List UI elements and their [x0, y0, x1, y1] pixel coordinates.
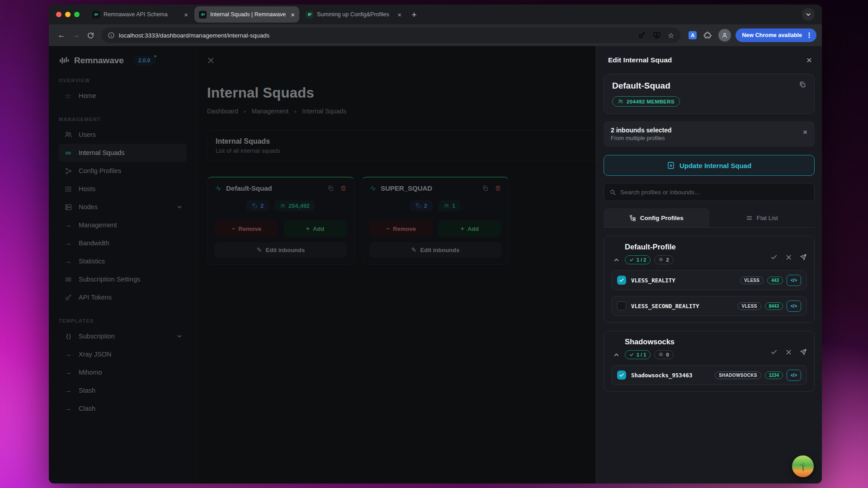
tab-internal-squads[interactable]: Internal Squads | Remnawave ×: [194, 6, 299, 23]
inbound-checkbox[interactable]: [617, 301, 626, 310]
palm-tree-icon: [797, 460, 809, 472]
update-internal-squad-button[interactable]: Update Internal Squad: [604, 155, 815, 176]
browser-menu-icon[interactable]: ⋮: [806, 31, 813, 39]
profile-name: Shadowsocks: [625, 338, 807, 346]
inbound-name: VLESS_SECOND_REALITY: [631, 303, 699, 310]
browser-toolbar: ← → localhost:3333/dashboard/management/…: [49, 24, 822, 46]
tab-favicon: [199, 11, 207, 19]
inbound-code-button[interactable]: </>: [787, 275, 801, 286]
open-profile-icon[interactable]: [800, 348, 807, 356]
port-badge: 8443: [765, 302, 783, 310]
zoom-window-button[interactable]: [74, 12, 80, 17]
edit-squad-drawer: Edit Internal Squad × Default-Squad 2044…: [596, 46, 822, 483]
inbound-checkbox[interactable]: [617, 371, 626, 380]
deselect-all-icon[interactable]: [785, 349, 792, 356]
bookmark-star-icon[interactable]: ☆: [668, 31, 674, 40]
inbounds-total-badge: 0: [654, 350, 673, 359]
selected-count-badge: 1 / 1: [625, 350, 651, 359]
tab-search-button[interactable]: [802, 8, 815, 21]
inbound-row-shadowsocks[interactable]: Shadowsocks_953463 SHADOWSOCKS 1234 </>: [611, 365, 807, 385]
drawer-title: Edit Internal Squad: [608, 56, 672, 64]
url-text: localhost:3333/dashboard/management/inte…: [119, 32, 269, 39]
collapse-chevron-icon[interactable]: [611, 352, 621, 358]
inbounds-total-badge: 2: [654, 255, 673, 264]
tab-close-icon[interactable]: ×: [184, 11, 188, 18]
select-all-icon[interactable]: [770, 253, 778, 261]
reload-icon[interactable]: [83, 28, 98, 42]
site-info-icon[interactable]: [108, 32, 115, 39]
new-chrome-label: New Chrome available: [742, 32, 802, 38]
tab-title: Internal Squads | Remnawave: [210, 11, 287, 18]
forward-icon[interactable]: →: [69, 28, 83, 42]
collapse-chevron-icon[interactable]: [611, 257, 621, 263]
squad-name: Default-Squad: [612, 81, 670, 91]
minimize-window-button[interactable]: [65, 12, 71, 17]
password-key-icon[interactable]: [638, 31, 646, 39]
port-badge: 1234: [765, 371, 783, 379]
select-all-icon[interactable]: [770, 348, 778, 356]
selection-subtitle: From multiple profiles: [611, 135, 672, 141]
protocol-badge: VLESS: [740, 277, 764, 284]
profile-icon[interactable]: [718, 29, 731, 42]
profile-group-default-profile: Default-Profile 1 / 2 2: [604, 236, 815, 323]
search-input[interactable]: [620, 189, 809, 196]
tab-summing-up[interactable]: Summing up Config&Profiles ×: [301, 6, 406, 23]
drawer-backdrop[interactable]: [49, 46, 596, 483]
tab-favicon: [306, 11, 313, 19]
close-window-button[interactable]: [56, 12, 61, 17]
protocol-badge: SHADOWSOCKS: [715, 371, 761, 379]
inbound-row-vless-second-reality[interactable]: VLESS_SECOND_REALITY VLESS 8443 </>: [611, 296, 807, 316]
inbound-name: Shadowsocks_953463: [631, 372, 692, 379]
support-avatar-button[interactable]: [792, 455, 814, 477]
selected-count-badge: 1 / 2: [625, 255, 651, 264]
tab-api-schema[interactable]: Remnawave API Schema ×: [88, 6, 193, 23]
tab-strip: Remnawave API Schema × Internal Squads |…: [49, 5, 822, 24]
copy-icon[interactable]: [799, 81, 806, 88]
members-badge: 204492 MEMBERS: [612, 96, 680, 107]
inbound-row-vless-reality[interactable]: VLESS_REALITY VLESS 443 </>: [611, 270, 807, 290]
open-profile-icon[interactable]: [800, 253, 807, 261]
translate-icon[interactable]: A: [689, 31, 697, 39]
window-controls: [56, 12, 80, 17]
new-tab-button[interactable]: +: [408, 8, 420, 21]
selection-banner: 2 inbounds selected From multiple profil…: [604, 121, 815, 147]
install-app-icon[interactable]: [653, 31, 661, 39]
search-icon: [609, 189, 616, 196]
tab-close-icon[interactable]: ×: [291, 11, 295, 18]
app-root: Remnawave 2.0.0 OVERVIEW ☆ Home MANAGEME…: [49, 46, 822, 483]
profile-name: Default-Profile: [625, 243, 807, 251]
inbound-code-button[interactable]: </>: [787, 300, 801, 312]
selection-title: 2 inbounds selected: [611, 127, 672, 134]
address-bar[interactable]: localhost:3333/dashboard/management/inte…: [101, 28, 680, 43]
tab-favicon: [92, 11, 100, 19]
tab-title: Summing up Config&Profiles: [317, 11, 394, 18]
search-box: [604, 183, 815, 201]
save-icon: [667, 161, 675, 169]
tabs: Remnawave API Schema × Internal Squads |…: [88, 5, 420, 24]
squad-summary-card: Default-Squad 204492 MEMBERS: [604, 74, 815, 114]
drawer-tabs: Config Profiles Flat List: [604, 208, 815, 228]
profile-group-shadowsocks: Shadowsocks 1 / 1 0: [604, 331, 815, 392]
drawer-close-icon[interactable]: ×: [807, 55, 812, 65]
tab-flat-list[interactable]: Flat List: [709, 208, 815, 227]
hamburger-icon: [746, 215, 753, 221]
clear-selection-icon[interactable]: ×: [803, 128, 807, 136]
port-badge: 443: [767, 277, 783, 284]
inbound-checkbox[interactable]: [617, 276, 626, 285]
back-icon[interactable]: ←: [54, 28, 69, 42]
tab-title: Remnawave API Schema: [104, 11, 180, 18]
new-chrome-button[interactable]: New Chrome available ⋮: [736, 28, 816, 42]
inbound-code-button[interactable]: </>: [787, 370, 801, 381]
tree-icon: [629, 215, 636, 221]
deselect-all-icon[interactable]: [785, 254, 792, 261]
browser-window: Remnawave API Schema × Internal Squads |…: [49, 5, 822, 483]
protocol-badge: VLESS: [737, 302, 761, 310]
inbound-name: VLESS_REALITY: [631, 277, 675, 284]
extensions-icon[interactable]: [703, 31, 712, 39]
tab-config-profiles[interactable]: Config Profiles: [604, 208, 709, 227]
tab-close-icon[interactable]: ×: [397, 11, 401, 18]
